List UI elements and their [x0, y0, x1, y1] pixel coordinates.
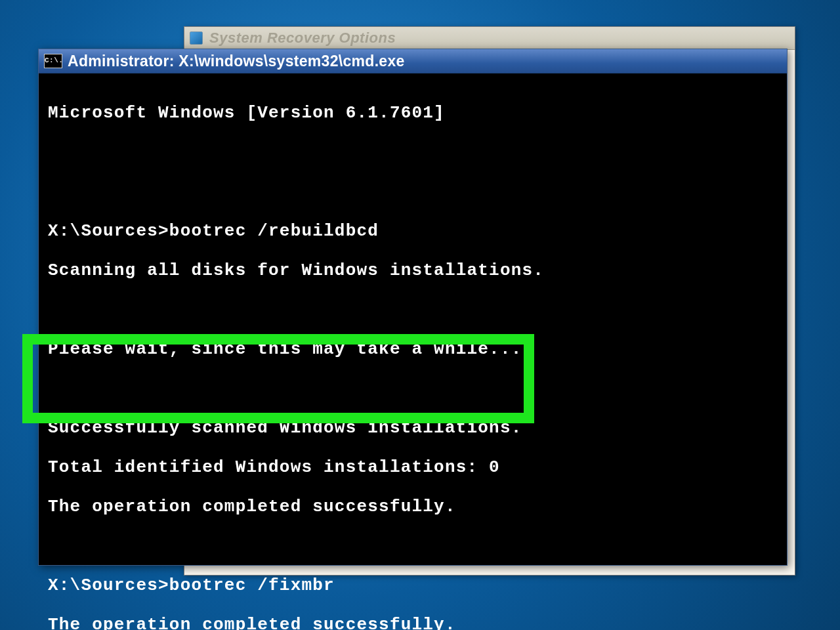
terminal-line	[48, 182, 778, 201]
terminal-line	[48, 142, 778, 162]
terminal-line: Please wait, since this may take a while…	[48, 339, 778, 359]
terminal-line	[48, 536, 778, 556]
terminal-line: X:\Sources>bootrec /rebuildbcd	[48, 221, 778, 241]
cmd-titlebar[interactable]: C:\. Administrator: X:\windows\system32\…	[39, 49, 787, 74]
cmd-window: C:\. Administrator: X:\windows\system32\…	[38, 49, 788, 566]
recovery-options-titlebar[interactable]: System Recovery Options	[184, 27, 795, 50]
cmd-icon: C:\.	[44, 54, 62, 68]
terminal-line: Scanning all disks for Windows installat…	[48, 261, 778, 280]
cmd-title-text: Administrator: X:\windows\system32\cmd.e…	[68, 52, 405, 70]
terminal-line: Microsoft Windows [Version 6.1.7601]	[48, 103, 778, 123]
terminal-line: The operation completed successfully.	[48, 497, 778, 516]
terminal-line	[48, 300, 778, 320]
terminal-line	[48, 379, 778, 398]
terminal-line: X:\Sources>bootrec /fixmbr	[48, 576, 778, 595]
recovery-app-icon	[190, 32, 203, 45]
terminal-line: Total identified Windows installations: …	[48, 457, 778, 477]
terminal-line: The operation completed successfully.	[48, 615, 778, 630]
terminal-output[interactable]: Microsoft Windows [Version 6.1.7601] X:\…	[43, 75, 783, 561]
recovery-title-text: System Recovery Options	[209, 30, 396, 47]
terminal-line: Successfully scanned Windows installatio…	[48, 418, 778, 438]
